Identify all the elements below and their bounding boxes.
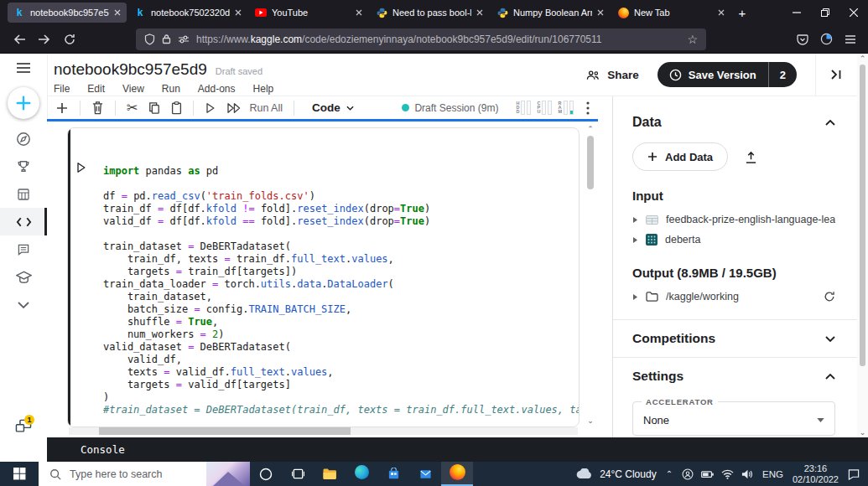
run-all-button[interactable] bbox=[226, 102, 242, 114]
close-tab-icon[interactable] bbox=[718, 9, 725, 16]
forward-button[interactable] bbox=[32, 28, 57, 50]
cut-button[interactable]: ✂ bbox=[127, 100, 138, 116]
store-button[interactable] bbox=[377, 462, 409, 486]
sidebar-windows-button[interactable]: 1 bbox=[0, 412, 47, 440]
reload-button[interactable] bbox=[57, 28, 82, 50]
code-line[interactable]: valid_df = df[df.kfold == fold].reset_in… bbox=[103, 215, 579, 228]
console-bar[interactable]: Console bbox=[47, 437, 868, 462]
code-lines[interactable]: import pandas as pd df = pd.read_csv('tr… bbox=[103, 165, 579, 416]
action-center-icon[interactable] bbox=[848, 468, 860, 480]
start-button[interactable] bbox=[0, 462, 39, 486]
code-line[interactable]: targets = train_df[targets]) bbox=[103, 266, 579, 278]
taskbar-search[interactable]: Type here to search bbox=[39, 462, 250, 486]
mail-button[interactable] bbox=[409, 462, 441, 486]
code-line[interactable]: shuffle = True, bbox=[103, 316, 579, 328]
menu-edit[interactable]: Edit bbox=[87, 83, 105, 95]
code-line[interactable]: num_workers = 2) bbox=[103, 328, 579, 341]
page-scrollbar[interactable]: ⌃ ⌄ bbox=[857, 54, 868, 437]
tree-row[interactable]: feedback-prize-english-language-learni bbox=[632, 211, 835, 228]
tray-expand-chevron[interactable]: ⌃ bbox=[666, 469, 673, 478]
scrollbar-thumb[interactable] bbox=[587, 136, 594, 189]
sidebar-item-menu[interactable] bbox=[0, 54, 47, 81]
code-line[interactable]: train_df, texts = train_df.full_text.val… bbox=[103, 253, 579, 266]
minimize-button[interactable] bbox=[782, 0, 811, 25]
pocket-icon[interactable] bbox=[797, 34, 808, 45]
restore-button[interactable] bbox=[811, 0, 839, 25]
menu-view[interactable]: View bbox=[122, 83, 144, 95]
code-line[interactable]: ) bbox=[103, 391, 579, 404]
browser-tab[interactable]: knotebook7502320d2f | Ka bbox=[128, 3, 247, 23]
menu-addons[interactable]: Add-ons bbox=[198, 83, 236, 95]
notebook-title[interactable]: notebook9bc957e5d9 bbox=[54, 60, 207, 79]
competitions-section[interactable]: Competitions bbox=[632, 320, 835, 357]
close-window-button[interactable] bbox=[839, 0, 868, 25]
code-line[interactable]: #train_dataset = DeBERTadataset(train_df… bbox=[103, 404, 579, 416]
code-line[interactable]: train_dataset = DeBERTadataset( bbox=[103, 240, 579, 253]
scroll-up-arrow[interactable]: ⌃ bbox=[857, 54, 868, 64]
code-line[interactable]: valid_df, bbox=[103, 354, 579, 366]
scroll-down-arrow[interactable]: ⌄ bbox=[857, 427, 868, 437]
sidebar-item-code[interactable] bbox=[0, 208, 47, 235]
back-button[interactable] bbox=[7, 28, 32, 50]
add-cell-button[interactable] bbox=[55, 101, 69, 115]
collapse-panel-button[interactable] bbox=[815, 54, 856, 96]
firefox-button[interactable] bbox=[441, 462, 473, 486]
paste-button[interactable] bbox=[171, 101, 182, 115]
upload-icon[interactable] bbox=[745, 150, 757, 164]
code-line[interactable]: valid_dataset = DeBERTadataset( bbox=[103, 341, 579, 354]
horizontal-scrollbar[interactable] bbox=[69, 427, 578, 435]
code-line[interactable]: train_dataset, bbox=[103, 291, 579, 303]
menu-file[interactable]: File bbox=[54, 83, 70, 95]
code-line[interactable]: import pandas as pd bbox=[103, 165, 579, 178]
cortana-button[interactable] bbox=[250, 462, 282, 486]
sidebar-item-learn[interactable] bbox=[0, 263, 47, 291]
notebook-scrollbar[interactable]: ⌃ ⌄ bbox=[585, 124, 596, 426]
delete-cell-button[interactable] bbox=[91, 101, 104, 115]
new-tab-button[interactable]: + bbox=[731, 2, 753, 23]
chevron-up-icon[interactable] bbox=[825, 120, 835, 126]
sidebar-item-datasets[interactable] bbox=[0, 180, 47, 208]
tree-row[interactable]: /kaggle/working bbox=[632, 288, 835, 305]
scrollbar-thumb[interactable] bbox=[860, 65, 865, 366]
browser-tab[interactable]: New Tab bbox=[611, 3, 730, 23]
meet-now-icon[interactable] bbox=[682, 468, 694, 480]
close-tab-icon[interactable] bbox=[356, 9, 362, 16]
file-explorer-button[interactable] bbox=[314, 462, 346, 486]
cell-run-button[interactable] bbox=[75, 162, 86, 173]
menu-help[interactable]: Help bbox=[253, 83, 274, 95]
code-line[interactable]: texts = valid_df.full_text.values, bbox=[103, 366, 579, 379]
cell-type-dropdown[interactable]: Code bbox=[312, 101, 354, 114]
scroll-down-arrow[interactable]: ⌄ bbox=[585, 416, 596, 426]
code-line[interactable]: batch_size = config.TRAIN_BATCH_SIZE, bbox=[103, 303, 579, 316]
code-line[interactable] bbox=[103, 228, 579, 240]
accelerator-select[interactable]: ACCELERATOR None bbox=[632, 401, 835, 436]
input-language[interactable]: ENG bbox=[762, 469, 783, 479]
sidebar-item-explore[interactable] bbox=[0, 125, 47, 153]
sidebar-item-more[interactable] bbox=[0, 291, 47, 318]
sidebar-item-competitions[interactable] bbox=[0, 153, 47, 180]
scrollbar-thumb[interactable] bbox=[99, 427, 351, 435]
settings-section[interactable]: Settings bbox=[632, 358, 835, 395]
task-view-button[interactable] bbox=[282, 462, 314, 486]
sidebar-item-discussions[interactable] bbox=[0, 235, 47, 263]
code-line[interactable]: train_data_loader = torch.utils.data.Dat… bbox=[103, 278, 579, 291]
lock-icon[interactable] bbox=[162, 34, 171, 44]
tracking-shield-icon[interactable] bbox=[144, 34, 155, 45]
browser-tab[interactable]: Need to pass bool-like va bbox=[370, 3, 489, 23]
search-highlight-image[interactable] bbox=[206, 462, 250, 486]
volume-icon[interactable] bbox=[741, 469, 753, 479]
account-icon[interactable] bbox=[820, 33, 833, 45]
code-line[interactable]: targets = valid_df[targets] bbox=[103, 379, 579, 391]
menu-run[interactable]: Run bbox=[162, 83, 180, 95]
save-version-button[interactable]: Save Version 2 bbox=[657, 62, 797, 87]
close-tab-icon[interactable] bbox=[476, 9, 483, 16]
code-line[interactable]: df = pd.read_csv('train_folds.csv') bbox=[103, 190, 579, 203]
browser-menu-icon[interactable] bbox=[845, 34, 856, 44]
edge-button[interactable] bbox=[346, 462, 377, 486]
weather-widget[interactable]: 24°C Cloudy bbox=[576, 468, 657, 480]
code-line[interactable] bbox=[103, 178, 579, 190]
code-cell[interactable]: import pandas as pd df = pd.read_csv('tr… bbox=[67, 127, 580, 427]
battery-icon[interactable] bbox=[701, 470, 714, 478]
version-count[interactable]: 2 bbox=[768, 62, 797, 87]
expand-caret-icon[interactable] bbox=[632, 293, 638, 301]
